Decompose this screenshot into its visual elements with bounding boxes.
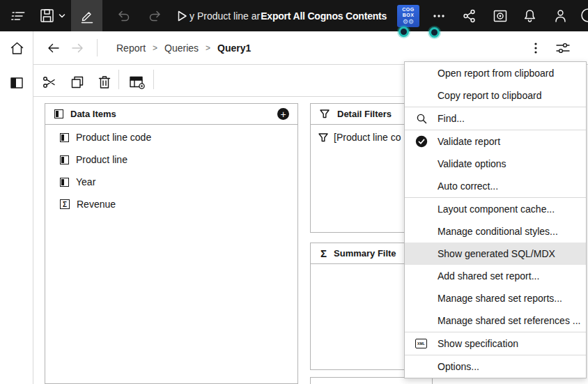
sigma-icon: Σ	[320, 247, 327, 259]
menu-item-label: Manage conditional styles...	[438, 226, 558, 237]
menu-item-add-shared-set-report[interactable]: Add shared set report...	[405, 265, 586, 287]
check-circle-icon	[415, 135, 428, 148]
breadcrumb-report[interactable]: Report	[116, 43, 146, 54]
filter-icon	[319, 109, 330, 119]
cogbox-label-line2: BOX	[403, 13, 415, 18]
menu-item-label: Copy report to clipboard	[438, 90, 541, 101]
xml-icon: XML	[415, 339, 427, 348]
save-button[interactable]	[35, 0, 70, 31]
menu-item-show-specification[interactable]: XML Show specification	[405, 332, 586, 355]
cut-button[interactable]	[40, 72, 59, 92]
arrow-right-icon	[70, 40, 85, 56]
chevron-down-icon	[59, 13, 65, 19]
menu-item-validate-report[interactable]: Validate report	[405, 130, 586, 153]
breadcrumb-separator: >	[206, 43, 210, 53]
report-title: y Product line ar Export All Cognos Cont…	[189, 0, 393, 31]
add-data-item-button[interactable]: +	[277, 108, 289, 120]
menu-item-label: Manage shared set references ...	[438, 315, 580, 326]
query-explorer-button[interactable]	[127, 72, 148, 92]
data-item-row[interactable]: Σ Revenue	[45, 193, 297, 215]
subscriptions-button[interactable]	[488, 0, 513, 31]
share-button[interactable]	[457, 0, 482, 31]
menu-item-layout-component-cache[interactable]: Layout component cache...	[405, 198, 586, 220]
back-button[interactable]	[45, 40, 63, 56]
data-item-row[interactable]: Year	[45, 171, 297, 193]
breadcrumb-queries[interactable]: Queries	[164, 43, 199, 54]
menu-item-auto-correct[interactable]: Auto correct...	[405, 175, 586, 197]
toolbar-divider	[118, 70, 119, 89]
help-icon	[578, 8, 588, 24]
scissors-icon	[41, 74, 58, 91]
menu-item-copy-report-to-clipboard[interactable]: Copy report to clipboard	[405, 84, 586, 107]
undo-button[interactable]	[109, 0, 138, 31]
tour-hotspot-dot[interactable]	[399, 26, 409, 37]
detail-filters-title: Detail Filters	[337, 109, 392, 119]
data-items-title: Data Items	[70, 109, 116, 119]
breadcrumb-separator: >	[153, 43, 157, 53]
menu-item-label: Validate options	[438, 158, 506, 169]
filters-settings-button[interactable]	[553, 39, 573, 57]
overflow-icon	[431, 8, 447, 24]
redo-button[interactable]	[141, 0, 170, 31]
menu-item-find[interactable]: Find...	[405, 107, 586, 130]
summary-filters-title: Summary Filte	[334, 248, 396, 259]
copy-icon	[69, 74, 86, 91]
data-item-row[interactable]: Product line	[45, 148, 297, 171]
menu-item-label: Validate report	[438, 136, 500, 147]
filter-expression: [Product line co	[334, 132, 401, 143]
delete-button[interactable]	[95, 72, 114, 92]
menu-item-label: Show specification	[438, 338, 518, 349]
data-item-row[interactable]: Product line code	[45, 126, 297, 148]
data-item-label: Revenue	[77, 199, 116, 210]
breadcrumb-query1: Query1	[217, 43, 251, 54]
cogbox-extension-button[interactable]: COG BOX ⚙⚙	[397, 5, 419, 27]
menu-item-label: Find...	[438, 113, 465, 124]
menu-item-manage-shared-set-reports[interactable]: Manage shared set reports...	[405, 287, 586, 309]
more-actions-button[interactable]	[425, 0, 453, 31]
menu-item-open-report-from-clipboard[interactable]: Open report from clipboard	[405, 62, 586, 84]
menu-item-options[interactable]: Options...	[405, 355, 586, 378]
menu-item-show-generated-sql-mdx[interactable]: Show generated SQL/MDX	[405, 243, 586, 265]
forward-button[interactable]	[68, 40, 86, 56]
menu-item-label: Manage shared set reports...	[438, 293, 562, 304]
toolbar-border	[33, 96, 404, 97]
content-list-button[interactable]	[4, 0, 32, 31]
column-icon	[54, 109, 63, 118]
menu-item-label: Layout component cache...	[438, 203, 555, 215]
account-button[interactable]	[548, 0, 573, 31]
table-view-icon	[128, 74, 146, 91]
content-list-icon	[8, 8, 27, 24]
page-options-button[interactable]	[527, 39, 544, 57]
panel-toggle-button[interactable]	[8, 75, 26, 91]
tour-hotspot-dot[interactable]	[429, 27, 440, 38]
menu-item-label: Auto correct...	[438, 181, 498, 192]
home-button[interactable]	[8, 40, 26, 56]
column-icon	[60, 155, 69, 164]
menu-item-label: Options...	[438, 361, 479, 372]
report-options-menu: Open report from clipboard Copy report t…	[404, 61, 587, 378]
cognos-report-editor: y Product line ar Export All Cognos Cont…	[0, 0, 588, 384]
person-icon	[552, 8, 568, 24]
data-item-label: Year	[76, 176, 95, 187]
data-item-label: Product line	[76, 154, 127, 165]
help-button[interactable]	[578, 0, 588, 31]
menu-item-manage-shared-set-references[interactable]: Manage shared set references ...	[405, 309, 586, 332]
arrow-left-icon	[46, 40, 61, 56]
report-title-prefix: y Product line ar	[189, 10, 260, 22]
copy-button[interactable]	[68, 72, 87, 92]
share-icon	[462, 8, 477, 24]
bell-icon	[522, 8, 538, 24]
menu-item-manage-conditional-styles[interactable]: Manage conditional styles...	[405, 220, 586, 243]
menu-item-validate-options[interactable]: Validate options	[405, 153, 586, 175]
cogbox-label-line1: COG	[402, 7, 414, 13]
window-at-icon	[492, 8, 509, 24]
notifications-button[interactable]	[517, 0, 542, 31]
search-icon	[415, 112, 428, 125]
data-item-label: Product line code	[76, 132, 151, 143]
menu-item-label: Show generated SQL/MDX	[438, 248, 555, 259]
sliders-icon	[555, 40, 571, 56]
play-icon	[174, 8, 189, 24]
data-items-header: Data Items +	[45, 104, 297, 125]
edit-mode-button[interactable]	[71, 0, 102, 31]
report-title-bold: Export All Cognos Contents	[261, 10, 387, 22]
